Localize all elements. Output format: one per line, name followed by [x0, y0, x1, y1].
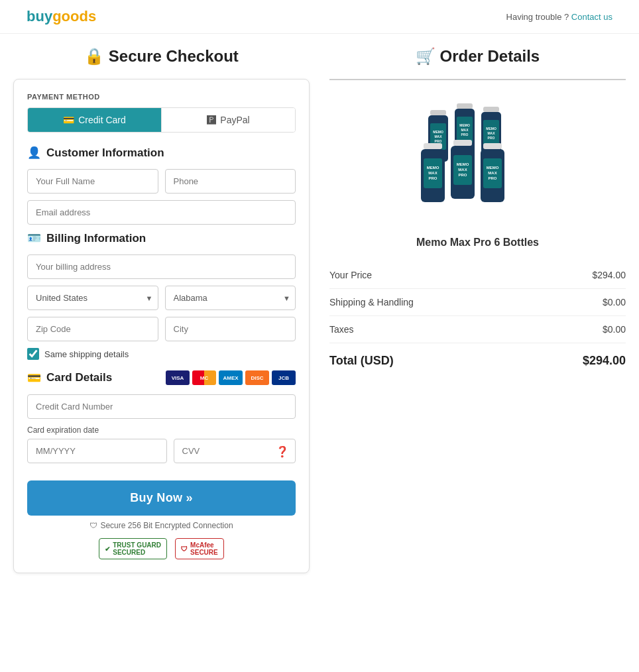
- amex-icon: AMEX: [219, 370, 243, 385]
- svg-rect-18: [424, 143, 442, 149]
- cvv-wrapper: ❓: [174, 439, 296, 463]
- svg-rect-30: [483, 143, 502, 149]
- billing-address-input[interactable]: [27, 254, 296, 279]
- svg-text:PRO: PRO: [458, 173, 467, 177]
- state-select[interactable]: Alabama Alaska Arizona California Florid…: [165, 286, 296, 310]
- svg-text:MAX: MAX: [461, 128, 469, 132]
- product-image-area: MEMO MAX PRO MEMO MAX PRO: [329, 93, 626, 226]
- billing-address-row: [27, 254, 296, 286]
- svg-text:MAX: MAX: [487, 131, 495, 135]
- mastercard-icon: MC: [192, 370, 216, 385]
- expiry-input[interactable]: [27, 439, 167, 463]
- taxes-label: Taxes: [329, 324, 354, 335]
- svg-text:MAX: MAX: [458, 168, 467, 172]
- header-right: Having trouble ? Contact us: [506, 12, 612, 22]
- svg-text:MEMO: MEMO: [433, 130, 443, 134]
- svg-text:MAX: MAX: [488, 171, 496, 175]
- checkout-title: 🔒 Secure Checkout: [13, 47, 310, 66]
- zip-input[interactable]: [27, 317, 158, 341]
- billing-info-header: 🪪 Billing Information: [27, 231, 296, 245]
- svg-text:PRO: PRO: [434, 139, 441, 143]
- state-wrapper: Alabama Alaska Arizona California Florid…: [165, 286, 296, 310]
- svg-text:PRO: PRO: [488, 176, 496, 180]
- svg-rect-0: [430, 110, 446, 115]
- logo-buy: buy: [27, 8, 52, 25]
- checkout-card: PAYMENT METHOD 💳 Credit Card 🅿 PayPal 👤 …: [13, 79, 310, 573]
- svg-text:MAX: MAX: [428, 171, 437, 175]
- email-row: [27, 200, 296, 231]
- svg-text:MEMO: MEMO: [426, 166, 439, 170]
- taxes-row: Taxes $0.00: [329, 316, 626, 343]
- svg-text:PRO: PRO: [487, 136, 494, 140]
- shipping-label: Shipping & Handling: [329, 297, 414, 308]
- country-state-row: United States Canada United Kingdom Aust…: [27, 286, 296, 310]
- trouble-text: Having trouble ?: [506, 12, 569, 22]
- price-value: $294.00: [592, 270, 626, 280]
- order-title: 🛒 Order Details: [329, 47, 626, 66]
- price-row: Your Price $294.00: [329, 262, 626, 289]
- city-input[interactable]: [165, 317, 296, 341]
- country-select[interactable]: United States Canada United Kingdom Aust…: [27, 286, 158, 310]
- card-icon-header: 💳: [27, 371, 41, 385]
- email-input[interactable]: [27, 200, 296, 225]
- paypal-icon: 🅿: [207, 115, 216, 125]
- card-details-header: 💳 Card Details VISA MC AMEX DISC JCB: [27, 370, 296, 385]
- svg-rect-24: [453, 140, 472, 146]
- tab-credit-card[interactable]: 💳 Credit Card: [28, 108, 161, 132]
- expiry-label: Card expiration date: [27, 425, 296, 435]
- svg-text:MEMO: MEMO: [486, 166, 498, 170]
- card-icons: VISA MC AMEX DISC JCB: [166, 370, 296, 385]
- order-divider: [329, 79, 626, 80]
- svg-text:MEMO: MEMO: [456, 162, 469, 166]
- buy-now-button[interactable]: Buy Now »: [27, 480, 296, 516]
- svg-text:MEMO: MEMO: [459, 123, 470, 127]
- payment-tabs: 💳 Credit Card 🅿 PayPal: [27, 107, 296, 133]
- svg-text:PRO: PRO: [461, 133, 468, 137]
- card-details-title: 💳 Card Details: [27, 371, 112, 385]
- cart-icon: 🛒: [416, 47, 436, 65]
- same-shipping-checkbox[interactable]: [27, 348, 39, 360]
- mcafee-icon: 🛡: [181, 545, 188, 553]
- total-value: $294.00: [583, 354, 626, 368]
- cvv-help-icon[interactable]: ❓: [276, 445, 289, 457]
- logo-goods: goods: [52, 8, 96, 25]
- same-shipping-label: Same shipping details: [44, 349, 129, 359]
- person-icon: 👤: [27, 146, 41, 160]
- visa-icon: VISA: [166, 370, 190, 385]
- customer-info-header: 👤 Customer Information: [27, 146, 296, 160]
- payment-method-label: PAYMENT METHOD: [27, 93, 296, 101]
- contact-link[interactable]: Contact us: [571, 12, 612, 22]
- svg-rect-6: [457, 103, 473, 109]
- card-number-row: [27, 394, 296, 425]
- total-label: Total (USD): [329, 354, 394, 368]
- svg-text:MAX: MAX: [434, 135, 442, 139]
- svg-text:PRO: PRO: [428, 176, 437, 180]
- same-shipping-row: Same shipping details: [27, 348, 296, 360]
- price-label: Your Price: [329, 270, 372, 280]
- product-name: Memo Max Pro 6 Bottles: [329, 237, 626, 249]
- total-row: Total (USD) $294.00: [329, 343, 626, 368]
- left-panel: 🔒 Secure Checkout PAYMENT METHOD 💳 Credi…: [13, 47, 310, 573]
- phone-input[interactable]: [165, 169, 296, 194]
- zip-city-row: [27, 317, 296, 341]
- header: buygoods Having trouble ? Contact us: [0, 0, 639, 34]
- svg-rect-12: [483, 107, 499, 112]
- discover-icon: DISC: [245, 370, 269, 385]
- shipping-row: Shipping & Handling $0.00: [329, 289, 626, 316]
- expiry-cvv-row: ❓: [27, 439, 296, 463]
- full-name-input[interactable]: [27, 169, 158, 194]
- tab-paypal[interactable]: 🅿 PayPal: [161, 108, 295, 132]
- card-number-input[interactable]: [27, 394, 296, 419]
- jcb-icon: JCB: [272, 370, 296, 385]
- billing-icon: 🪪: [27, 231, 41, 245]
- taxes-value: $0.00: [603, 324, 626, 335]
- shield-icon: 🛡: [89, 521, 97, 530]
- product-image: MEMO MAX PRO MEMO MAX PRO: [405, 93, 551, 226]
- trust-badges: ✔ TRUST GUARDSECURED 🛡 McAfeeSECURE: [27, 538, 296, 559]
- shipping-value: $0.00: [603, 297, 626, 308]
- trust-guard-badge: ✔ TRUST GUARDSECURED: [99, 538, 167, 559]
- main-container: 🔒 Secure Checkout PAYMENT METHOD 💳 Credi…: [0, 34, 639, 587]
- name-phone-row: [27, 169, 296, 194]
- secure-text: 🛡 Secure 256 Bit Encrypted Connection: [27, 521, 296, 530]
- lock-icon: 🔒: [84, 47, 104, 65]
